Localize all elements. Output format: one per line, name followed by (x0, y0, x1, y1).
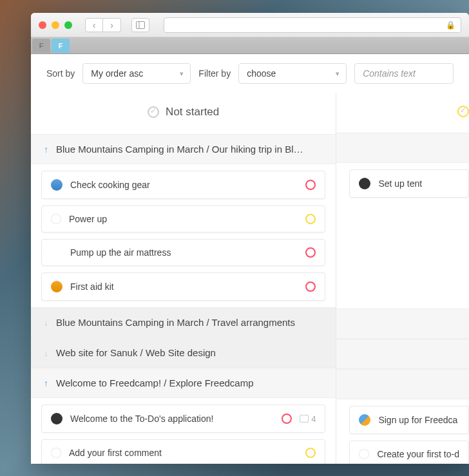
browser-window: ‹ › 🔒 F F Sort by My order asc Filter by… (31, 13, 469, 464)
user-avatar (359, 414, 370, 426)
column-header-right (336, 93, 469, 133)
unassigned-avatar-icon (51, 214, 61, 224)
task-title: Add your first comment (69, 448, 298, 458)
address-bar[interactable]: 🔒 (164, 17, 461, 33)
task-list: Welcome to the To-Do's application!4Add … (31, 398, 336, 464)
group-header[interactable]: ↓Web site for Sanuk / Web Site design (31, 338, 336, 368)
task-title: Welcome to the To-Do's application! (70, 414, 274, 424)
group-header-spacer (336, 309, 469, 339)
task-card[interactable]: Add your first comment (41, 439, 325, 464)
group-title: Web site for Sanuk / Web Site design (56, 347, 323, 358)
maximize-window-button[interactable] (64, 21, 72, 29)
user-avatar (51, 413, 62, 424)
search-input[interactable]: Contains text (354, 63, 454, 84)
app-content: Sort by My order asc Filter by choose Co… (31, 54, 469, 464)
task-card[interactable]: Set up tent (349, 169, 469, 198)
collapse-arrow-icon: ↑ (44, 378, 48, 388)
task-card[interactable]: Pump up the air mattress (41, 239, 325, 266)
task-list: Set up tent (336, 163, 469, 204)
unassigned-avatar-icon (51, 448, 61, 458)
sidebar-toggle-button[interactable] (131, 18, 149, 32)
browser-tab-inactive[interactable]: F (32, 39, 50, 53)
task-card[interactable]: Sign up for Freedca (349, 406, 469, 434)
forward-button[interactable]: › (103, 18, 121, 32)
task-title: Sign up for Freedca (378, 415, 459, 425)
task-list: Sign up for FreedcaCreate your first to-… (336, 399, 469, 464)
minimize-window-button[interactable] (52, 21, 59, 29)
task-title: Create your first to-d (377, 449, 459, 459)
nav-buttons: ‹ › (85, 18, 121, 32)
filter-by-value: choose (247, 68, 276, 79)
task-title: First aid kit (70, 281, 298, 292)
group-title: Welcome to Freedcamp! / Explore Freedcam… (56, 377, 323, 388)
task-title: Set up tent (378, 178, 459, 189)
sort-by-dropdown[interactable]: My order asc (82, 63, 191, 84)
priority-indicator-icon (305, 247, 316, 258)
task-title: Check cooking gear (70, 180, 298, 190)
filter-by-label: Filter by (198, 68, 231, 79)
check-circle-icon (457, 106, 469, 117)
column-header: Not started (31, 93, 336, 134)
column-second: Set up tentSign up for FreedcaCreate you… (336, 93, 469, 464)
user-avatar (359, 178, 370, 189)
task-card[interactable]: Create your first to-d (349, 441, 469, 464)
priority-indicator-icon (305, 180, 316, 190)
traffic-lights (39, 21, 72, 29)
check-circle-icon (148, 106, 159, 118)
window-titlebar: ‹ › 🔒 (31, 13, 469, 37)
column-title: Not started (166, 106, 219, 119)
kanban-columns: Not started ↑Blue Mountains Camping in M… (31, 93, 469, 464)
sort-by-label: Sort by (46, 68, 75, 79)
comment-count: 4 (300, 414, 316, 424)
priority-indicator-icon (305, 214, 316, 224)
task-list: Check cooking gearPower upPump up the ai… (31, 164, 336, 307)
expand-arrow-icon: ↓ (44, 318, 48, 328)
task-card[interactable]: Welcome to the To-Do's application!4 (41, 405, 325, 433)
close-window-button[interactable] (39, 21, 46, 29)
tab-bar: F F (31, 37, 469, 54)
column-not-started: Not started ↑Blue Mountains Camping in M… (31, 93, 336, 464)
filter-by-dropdown[interactable]: choose (238, 63, 347, 84)
browser-tab-active[interactable]: F (52, 39, 70, 53)
group-header-spacer (336, 369, 469, 399)
priority-indicator-icon (305, 448, 316, 458)
group-title: Blue Mountains Camping in March / Our hi… (56, 144, 323, 155)
search-placeholder: Contains text (363, 68, 416, 79)
expand-arrow-icon: ↓ (44, 348, 48, 358)
priority-indicator-icon (282, 414, 292, 424)
group-title: Blue Mountains Camping in March / Travel… (56, 317, 323, 328)
filter-bar: Sort by My order asc Filter by choose Co… (31, 54, 469, 93)
group-header-spacer (336, 133, 469, 163)
lock-icon: 🔒 (446, 21, 455, 30)
back-button[interactable]: ‹ (85, 18, 103, 32)
user-avatar (51, 281, 62, 292)
task-card[interactable]: First aid kit (41, 272, 325, 301)
user-avatar (51, 179, 62, 191)
task-card[interactable]: Check cooking gear (41, 171, 325, 199)
group-header[interactable]: ↑Blue Mountains Camping in March / Our h… (31, 134, 336, 164)
task-title: Power up (69, 214, 298, 224)
sidebar-icon (136, 21, 145, 29)
collapse-arrow-icon: ↑ (44, 144, 48, 155)
priority-indicator-icon (305, 281, 316, 292)
group-header[interactable]: ↑Welcome to Freedcamp! / Explore Freedca… (31, 368, 336, 398)
task-title: Pump up the air mattress (70, 247, 298, 258)
group-header[interactable]: ↓Blue Mountains Camping in March / Trave… (31, 307, 336, 338)
group-header-spacer (336, 339, 469, 369)
unassigned-avatar-icon (359, 449, 369, 459)
task-card[interactable]: Power up (41, 205, 325, 233)
svg-rect-0 (137, 21, 145, 28)
sort-by-value: My order asc (91, 68, 143, 79)
comment-icon (300, 415, 309, 423)
